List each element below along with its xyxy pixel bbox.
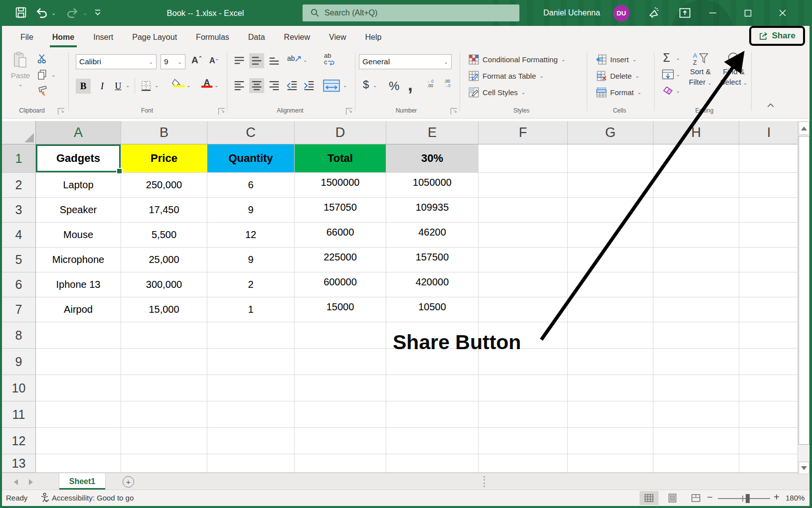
copy-icon[interactable]	[37, 69, 48, 80]
column-header-F[interactable]: F	[479, 121, 568, 144]
cell-A11[interactable]	[36, 401, 121, 428]
increase-font-size-icon[interactable]: A⌃	[191, 55, 202, 66]
cell-E3[interactable]: 109935	[386, 198, 479, 223]
number-format-combobox[interactable]: General⌄	[359, 54, 452, 69]
column-header-H[interactable]: H	[653, 121, 739, 144]
cell-H5[interactable]	[653, 248, 739, 272]
center-align-icon[interactable]	[249, 78, 264, 93]
column-header-E[interactable]: E	[386, 121, 479, 144]
clear-icon[interactable]	[662, 85, 674, 96]
cell-C11[interactable]	[207, 401, 295, 428]
cell-A1[interactable]: Gadgets	[36, 144, 121, 173]
comma-style-icon[interactable]: ,	[408, 74, 413, 95]
search-box[interactable]: Search (Alt+Q)	[303, 4, 519, 21]
cell-A8[interactable]	[36, 322, 121, 349]
cell-H7[interactable]	[653, 297, 739, 322]
cell-C6[interactable]: 2	[207, 272, 295, 297]
cell-G8[interactable]	[568, 322, 653, 349]
row-header-3[interactable]: 3	[2, 198, 36, 223]
tab-insert[interactable]: Insert	[84, 26, 123, 48]
tab-review[interactable]: Review	[275, 26, 320, 48]
cell-C4[interactable]: 12	[207, 223, 295, 248]
cell-A6[interactable]: Iphone 13	[36, 272, 121, 297]
cell-G2[interactable]	[568, 173, 653, 198]
cell-A4[interactable]: Mouse	[36, 223, 121, 248]
cell-G1[interactable]	[568, 144, 653, 173]
format-as-table-button[interactable]: Format as Table ⌄	[469, 69, 544, 83]
tab-page-layout[interactable]: Page Layout	[123, 26, 186, 48]
row-header-1[interactable]: 1	[2, 144, 36, 173]
cell-C13[interactable]	[207, 454, 295, 473]
cell-G7[interactable]	[568, 297, 653, 322]
row-header-7[interactable]: 7	[2, 297, 36, 322]
currency-format-icon[interactable]: $	[363, 78, 369, 91]
zoom-slider-track[interactable]	[718, 498, 770, 499]
cell-E1[interactable]: 30%	[386, 144, 479, 173]
format-painter-icon[interactable]	[37, 85, 49, 97]
cell-D6[interactable]: 600000	[295, 272, 386, 297]
sort-filter-button[interactable]: AZ Sort &Filter ⌄	[684, 51, 717, 88]
cell-I4[interactable]	[739, 223, 798, 248]
cell-D8[interactable]	[295, 322, 386, 349]
font-dialog-launcher[interactable]: ↘	[218, 108, 225, 115]
borders-dropdown-icon[interactable]: ⌄	[155, 83, 159, 88]
cell-H6[interactable]	[653, 272, 739, 297]
column-header-C[interactable]: C	[207, 121, 295, 144]
cell-B1[interactable]: Price	[121, 144, 207, 173]
cell-D12[interactable]	[295, 428, 386, 454]
autosum-dropdown-icon[interactable]: ⌄	[676, 55, 680, 61]
cell-D13[interactable]	[295, 454, 386, 473]
cell-G6[interactable]	[568, 272, 653, 297]
tab-help[interactable]: Help	[355, 26, 391, 48]
cell-F11[interactable]	[479, 401, 568, 428]
cell-F1[interactable]	[479, 144, 568, 173]
fill-icon[interactable]	[662, 69, 674, 80]
number-dialog-launcher[interactable]: ↘	[451, 108, 457, 115]
cell-D7[interactable]: 15000	[295, 297, 386, 322]
zoom-in-button[interactable]: +	[774, 492, 780, 503]
cell-B10[interactable]	[121, 375, 207, 401]
cell-B8[interactable]	[121, 322, 207, 349]
clipboard-dialog-launcher[interactable]: ↘	[58, 108, 64, 115]
accessibility-status[interactable]: Accessibility: Good to go	[40, 493, 134, 503]
percent-style-icon[interactable]: %	[389, 79, 399, 93]
cell-H12[interactable]	[653, 428, 739, 454]
cell-E7[interactable]: 10500	[386, 297, 479, 322]
cell-B4[interactable]: 5,500	[121, 223, 207, 248]
next-sheet-icon[interactable]	[29, 479, 33, 485]
orientation-dropdown-icon[interactable]: ⌄	[303, 57, 307, 63]
cell-E12[interactable]	[386, 428, 479, 454]
clear-dropdown-icon[interactable]: ⌄	[676, 88, 680, 94]
cell-A2[interactable]: Laptop	[36, 173, 121, 198]
cell-B9[interactable]	[121, 349, 207, 375]
cell-G4[interactable]	[568, 223, 653, 248]
conditional-formatting-button[interactable]: Conditional Formatting ⌄	[469, 52, 565, 66]
fill-dropdown-icon[interactable]: ⌄	[676, 72, 680, 77]
cell-I7[interactable]	[739, 297, 798, 322]
tab-formulas[interactable]: Formulas	[186, 26, 239, 48]
select-all-corner[interactable]	[2, 121, 36, 144]
cell-C1[interactable]: Quantity	[207, 144, 295, 173]
cell-G3[interactable]	[568, 198, 653, 223]
row-header-5[interactable]: 5	[2, 248, 36, 272]
zoom-percentage[interactable]: 180%	[786, 494, 805, 502]
cell-B11[interactable]	[121, 401, 207, 428]
cell-F4[interactable]	[479, 223, 568, 248]
cell-A5[interactable]: Microphone	[36, 248, 121, 272]
align-left-icon[interactable]	[233, 80, 245, 91]
maximize-button[interactable]	[737, 0, 759, 26]
tab-home[interactable]: Home	[43, 26, 84, 48]
fill-color-icon[interactable]	[171, 79, 183, 88]
row-header-9[interactable]: 9	[2, 349, 36, 375]
decrease-font-size-icon[interactable]: A⌄	[209, 56, 219, 65]
cell-H4[interactable]	[653, 223, 739, 248]
font-name-combobox[interactable]: Calibri⌄	[76, 54, 157, 69]
top-align-icon[interactable]	[233, 55, 245, 66]
cell-I1[interactable]	[739, 144, 798, 173]
cell-H11[interactable]	[653, 401, 739, 428]
underline-dropdown-icon[interactable]: ⌄	[126, 83, 130, 88]
cell-F2[interactable]	[479, 173, 568, 198]
cell-D11[interactable]	[295, 401, 386, 428]
fill-color-dropdown-icon[interactable]: ⌄	[186, 83, 190, 88]
cell-D2[interactable]: 1500000	[295, 173, 386, 198]
